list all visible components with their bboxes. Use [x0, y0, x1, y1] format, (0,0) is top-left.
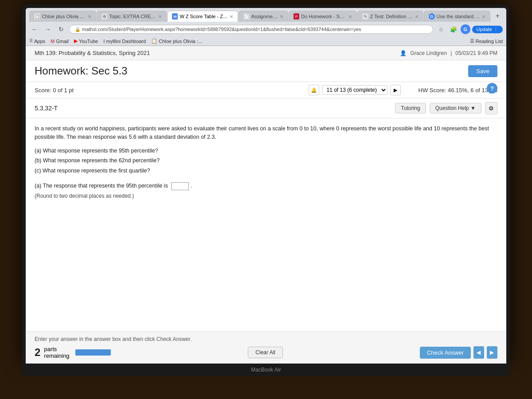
username: Grace Lindgren: [410, 50, 447, 56]
bookmark-youtube[interactable]: ▶ YouTube: [74, 38, 98, 44]
main-content: In a recent study on world happiness, pa…: [26, 118, 506, 331]
tab-close-chloe[interactable]: ✕: [88, 14, 91, 19]
chloe-icon: 📋: [151, 38, 157, 44]
bookmark-mylllini-text: mylllini Dashboard: [106, 39, 146, 44]
question-help-label: Question Help: [435, 105, 469, 111]
browser-chrome: 📋 Chloe plus Olivia : an ✕ ⚙ Topic: EXTR…: [26, 8, 506, 46]
answer-period: .: [191, 183, 192, 189]
macbook-bar: MacBook Air: [22, 364, 510, 376]
gmail-icon: M: [51, 39, 55, 44]
bookmarks-bar: ⠿ Apps M Gmail ▶ YouTube I mylllini Dash…: [26, 37, 506, 46]
bottom-bar: Enter your answer in the answer box and …: [26, 331, 506, 364]
address-bar-row: ← → ↻ 🔒 mathxl.com/Student/PlayerHomewor…: [26, 22, 506, 37]
tab-close-assignments[interactable]: ✕: [280, 14, 283, 19]
user-info: 👤 Grace Lindgren | 05/03/21 9:49 PM: [400, 50, 497, 56]
clear-all-button[interactable]: Clear All: [248, 347, 283, 358]
tab-icon-google: G: [429, 13, 434, 20]
gear-icon: ⚙: [489, 105, 494, 112]
bottom-actions: 2 parts remaining Clear All Check Answer…: [35, 346, 497, 359]
tab-label-zscore: W Z Score Table - Z Tab: [180, 14, 228, 19]
problem-text: In a recent study on world happiness, pa…: [35, 125, 497, 141]
gear-button[interactable]: ⚙: [485, 102, 497, 114]
tab-label-google: Use the standard nor: [437, 14, 480, 19]
extension-button[interactable]: 🧩: [448, 24, 459, 35]
bookmark-apps-label: ⠿: [29, 38, 33, 44]
next-question-button[interactable]: ▶: [487, 346, 497, 359]
bookmark-apps[interactable]: ⠿ Apps: [29, 38, 45, 44]
parts-remaining-num: 2: [35, 346, 40, 359]
question-help-button[interactable]: Question Help ▼: [430, 103, 481, 113]
center-actions: Clear All: [248, 347, 283, 358]
parts-remaining: 2 parts remaining: [35, 346, 111, 359]
tab-label-dohw: Do Homework - Sec 5: [301, 14, 347, 19]
tab-dohw[interactable]: P Do Homework - Sec 5 ✕: [289, 11, 357, 22]
datetime: 05/03/21 9:49 PM: [455, 50, 497, 56]
user-icon: 👤: [400, 50, 407, 56]
update-chevron: ⋮: [493, 27, 498, 32]
question-help-chevron: ▼: [470, 105, 476, 111]
part-c-text: (c) What response represents the first q…: [35, 166, 497, 176]
check-answer-button[interactable]: Check Answer: [420, 347, 471, 359]
tab-close-ztest[interactable]: ✕: [415, 14, 419, 19]
score-row: Score: 0 of 1 pt 🔔 11 of 13 (6 complete)…: [26, 82, 506, 98]
new-tab-button[interactable]: +: [493, 11, 503, 21]
tab-icon-chloe: 📋: [34, 13, 40, 20]
tab-topic[interactable]: ⚙ Topic: EXTRA CREDIT ✕: [97, 11, 167, 22]
reload-button[interactable]: ↻: [56, 24, 66, 35]
tab-close-dohw[interactable]: ✕: [348, 14, 352, 19]
problem-parts: (a) What response represents the 95th pe…: [35, 146, 497, 176]
help-circle-button[interactable]: ?: [487, 83, 497, 94]
reading-list[interactable]: ☰ Reading List: [470, 38, 503, 44]
tab-ztest[interactable]: ✎ Z Test: Definition & T ✕: [357, 11, 423, 22]
question-section: 5.3.32-T Tutoring Question Help ▼ ⚙: [26, 98, 506, 118]
tab-close-zscore[interactable]: ✕: [230, 14, 233, 19]
tab-label-ztest: Z Test: Definition & T: [370, 14, 413, 19]
page-content: Mth 139: Probability & Statistics, Sprin…: [26, 46, 506, 364]
round-note: (Round to two decimal places as needed.): [35, 193, 497, 199]
right-actions: Check Answer ◀ ▶: [420, 346, 497, 359]
youtube-icon: ▶: [74, 38, 78, 44]
browser-screen: 📋 Chloe plus Olivia : an ✕ ⚙ Topic: EXTR…: [26, 8, 506, 364]
parts-remaining-labels: parts remaining: [44, 346, 69, 359]
parts-label2: remaining: [44, 352, 69, 359]
tab-close-topic[interactable]: ✕: [158, 14, 162, 19]
question-tools: Tutoring Question Help ▼ ⚙: [395, 102, 497, 114]
question-next-btn[interactable]: ▶: [390, 85, 401, 95]
address-bar[interactable]: 🔒 mathxl.com/Student/PlayerHomework.aspx…: [69, 25, 433, 34]
forward-button[interactable]: →: [43, 24, 53, 35]
tab-icon-zscore: W: [172, 13, 178, 20]
tab-label-topic: Topic: EXTRA CREDIT: [109, 14, 156, 19]
question-nav: 🔔 11 of 13 (6 complete) ▶: [309, 85, 401, 95]
reading-list-icon: ☰: [470, 38, 474, 44]
save-button[interactable]: Save: [468, 65, 497, 77]
tab-chloe[interactable]: 📋 Chloe plus Olivia : an ✕: [29, 11, 96, 22]
bookmark-gmail[interactable]: M Gmail: [51, 39, 69, 44]
bookmark-mylllini[interactable]: I mylllini Dashboard: [103, 39, 146, 44]
browser-actions: ☆ 🧩 G Update ⋮: [436, 24, 503, 35]
mylllini-icon: I: [103, 39, 105, 44]
tab-close-google[interactable]: ✕: [482, 14, 485, 19]
tutoring-button[interactable]: Tutoring: [395, 103, 426, 113]
tab-google[interactable]: G Use the standard nor ✕: [424, 11, 490, 22]
tab-label-chloe: Chloe plus Olivia : an: [42, 14, 86, 19]
star-button[interactable]: ☆: [436, 24, 446, 35]
google-account-icon[interactable]: G: [461, 24, 470, 34]
question-selector[interactable]: 11 of 13 (6 complete): [322, 85, 387, 95]
back-button[interactable]: ←: [29, 24, 40, 35]
enter-instruction: Enter your answer in the answer box and …: [35, 336, 497, 342]
reading-list-label: Reading List: [476, 39, 503, 44]
homework-header: Homework: Sec 5.3 Save: [26, 60, 506, 82]
question-icon-btn[interactable]: 🔔: [309, 85, 319, 95]
tab-assignments[interactable]: 📄 Assignments ✕: [239, 11, 288, 22]
tab-icon-assignments: 📄: [243, 13, 249, 20]
lock-icon: 🔒: [75, 27, 80, 32]
update-button[interactable]: Update ⋮: [472, 26, 503, 33]
separator: |: [450, 50, 452, 56]
parts-progress-bar: [75, 349, 111, 356]
prev-question-button[interactable]: ◀: [473, 346, 484, 359]
answer-input-box[interactable]: [171, 182, 189, 190]
tab-zscore[interactable]: W W Z Score Table - Z Tab ✕: [167, 11, 238, 22]
page-header: Mth 139: Probability & Statistics, Sprin…: [26, 46, 506, 60]
bookmark-chloe[interactable]: 📋 Chloe plus Olivia :...: [151, 38, 202, 44]
answer-section: (a) The response that represents the 95t…: [35, 182, 497, 190]
